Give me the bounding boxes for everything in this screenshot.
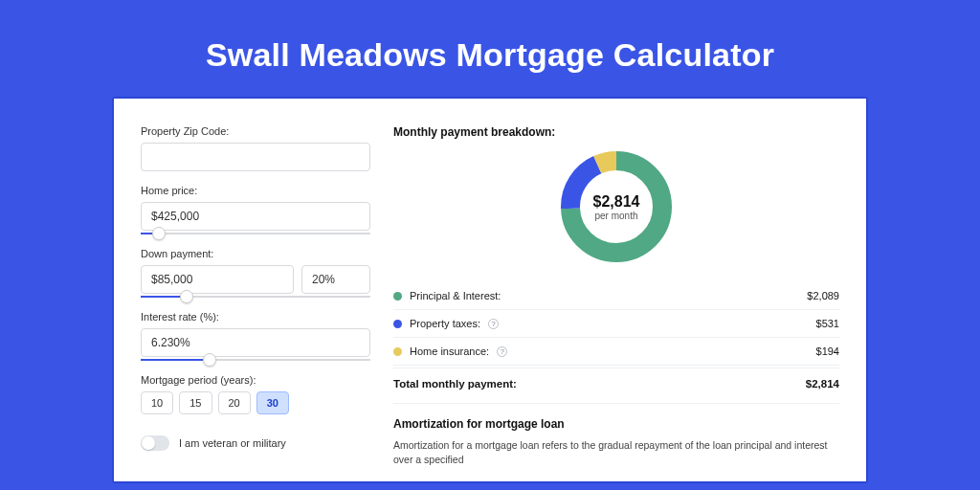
down-payment-slider-thumb[interactable] [180,290,193,303]
interest-rate-slider-thumb[interactable] [203,353,216,367]
legend-value-taxes: $531 [816,318,839,329]
breakdown-panel: Monthly payment breakdown: $2,814 per mo… [393,125,839,481]
interest-rate-slider-fill [141,359,210,361]
amortization-section: Amortization for mortgage loan Amortizat… [393,403,839,467]
calculator-card: Property Zip Code: Home price: Down paym… [114,99,866,481]
dot-icon-yellow [393,347,402,356]
legend-value-principal: $2,089 [807,290,839,301]
hero: Swall Meadows Mortgage Calculator [0,0,980,97]
down-payment-slider[interactable] [141,296,370,298]
home-price-slider[interactable] [141,233,370,234]
legend-label-taxes: Property taxes: [410,318,480,329]
legend-row-taxes: Property taxes: ? $531 [393,310,839,338]
page-title: Swall Meadows Mortgage Calculator [0,36,980,74]
donut-chart-wrap: $2,814 per month [393,148,839,265]
info-icon[interactable]: ? [488,319,499,329]
donut-amount: $2,814 [593,193,640,211]
veteran-toggle[interactable] [141,435,169,451]
home-price-label: Home price: [141,185,370,196]
interest-rate-label: Interest rate (%): [141,311,370,323]
total-label: Total monthly payment: [393,378,517,390]
mortgage-period-field-group: Mortgage period (years): 10 15 20 30 [141,374,370,414]
total-value: $2,814 [806,378,839,390]
calculator-card-frame: Property Zip Code: Home price: Down paym… [112,97,868,483]
veteran-toggle-label: I am veteran or military [179,437,286,449]
donut-chart: $2,814 per month [558,148,675,265]
amortization-title: Amortization for mortgage loan [393,417,839,431]
mortgage-period-30[interactable]: 30 [256,391,289,414]
dot-icon-blue [393,320,402,328]
mortgage-period-label: Mortgage period (years): [141,374,370,386]
veteran-toggle-row: I am veteran or military [141,435,370,451]
mortgage-period-15[interactable]: 15 [179,391,212,414]
total-row: Total monthly payment: $2,814 [393,368,839,403]
interest-rate-slider[interactable] [141,359,370,361]
dot-icon-green [393,292,402,301]
down-payment-amount-input[interactable] [141,265,294,294]
zip-field-group: Property Zip Code: [141,125,370,171]
home-price-field-group: Home price: [141,185,370,234]
home-price-input[interactable] [141,202,370,231]
interest-rate-input[interactable] [141,328,370,357]
legend-label-principal: Principal & Interest: [410,290,501,301]
form-panel: Property Zip Code: Home price: Down paym… [141,125,370,481]
legend-value-insurance: $194 [816,345,839,357]
interest-rate-field-group: Interest rate (%): [141,311,370,361]
info-icon[interactable]: ? [497,346,507,357]
legend-row-principal: Principal & Interest: $2,089 [393,282,839,310]
down-payment-field-group: Down payment: [141,248,370,298]
down-payment-percent-input[interactable] [301,265,370,294]
breakdown-title: Monthly payment breakdown: [393,125,839,139]
mortgage-period-options: 10 15 20 30 [141,391,370,414]
legend-row-insurance: Home insurance: ? $194 [393,338,839,366]
veteran-toggle-knob [142,436,155,450]
home-price-slider-thumb[interactable] [152,227,166,240]
zip-label: Property Zip Code: [141,125,370,137]
mortgage-period-20[interactable]: 20 [218,391,251,414]
amortization-text: Amortization for a mortgage loan refers … [393,438,839,467]
donut-subtext: per month [594,211,637,221]
mortgage-period-10[interactable]: 10 [141,391,173,414]
legend-label-insurance: Home insurance: [410,345,489,357]
down-payment-label: Down payment: [141,248,370,259]
donut-center: $2,814 per month [558,148,675,265]
zip-input[interactable] [141,143,370,171]
